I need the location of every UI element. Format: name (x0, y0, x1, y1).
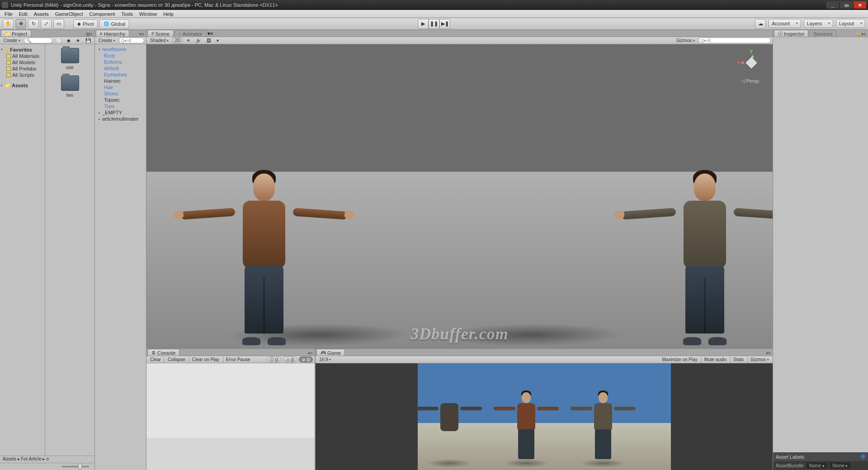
animator-tab[interactable]: ⎍ Animator (175, 30, 207, 37)
console-clear-button[interactable]: Clear (148, 357, 164, 363)
maximize-button[interactable]: Maximize on Play (660, 357, 699, 363)
shaded-dropdown[interactable]: Shaded (148, 38, 170, 44)
watermark-label: 3Dbuffer.com (410, 324, 508, 343)
hierarchy-tree[interactable]: ▾newfitaone Body Bottoms default Eyelash… (95, 44, 146, 470)
asset-labels-header[interactable]: Asset Labels (773, 452, 868, 461)
global-toggle[interactable]: 🌐 Global (99, 19, 129, 28)
character-model (642, 164, 768, 344)
menu-file[interactable]: File (2, 11, 15, 17)
hierarchy-item: Body (96, 52, 145, 59)
folder-item[interactable]: one (61, 48, 79, 70)
console-clearplay-button[interactable]: Clear on Play (189, 357, 221, 363)
cloud-icon[interactable]: ☁ (755, 19, 766, 29)
assetbundle-name-dropdown[interactable]: None ▾ (807, 462, 827, 469)
panel-menu-icon[interactable]: 🔒▾≡ (854, 32, 868, 37)
console-tab[interactable]: 🗎 Console (147, 349, 179, 356)
unity-icon (2, 2, 8, 8)
game-gizmos-dropdown[interactable]: Gizmos (747, 357, 771, 363)
scale-tool-button[interactable]: ⤢ (41, 19, 52, 29)
rect-tool-button[interactable]: ▭ (53, 19, 64, 29)
error-count-badge[interactable]: ⊘0 (299, 357, 313, 362)
console-panel: 🗎 Console ▾≡ Clear Collapse Clear on Pla… (146, 349, 316, 470)
character-model (201, 164, 327, 344)
menu-component[interactable]: Component (86, 11, 118, 17)
window-minimize-button[interactable]: _ (826, 1, 839, 9)
hierarchy-item: Hair (96, 84, 145, 90)
menu-tools[interactable]: Tools (118, 11, 136, 17)
hierarchy-create-button[interactable]: Create (97, 38, 117, 44)
mute-button[interactable]: Mute audio (701, 357, 728, 363)
hierarchy-search-input[interactable]: Q▾All (119, 38, 144, 43)
hierarchy-item: ▸_EMPTY (96, 109, 145, 116)
gizmos-dropdown[interactable]: Gizmos (675, 38, 697, 44)
rotate-tool-button[interactable]: ↻ (28, 19, 39, 29)
folder-item[interactable]: two (61, 75, 79, 98)
hierarchy-item: default (96, 65, 145, 71)
menu-edit[interactable]: Edit (16, 11, 30, 17)
assetbundle-variant-dropdown[interactable]: None ▾ (830, 462, 851, 469)
filter-type-icon[interactable]: ◆ (65, 38, 72, 44)
panel-menu-icon[interactable]: ▤≡ (84, 32, 94, 37)
move-tool-button[interactable]: ✥ (15, 19, 26, 29)
panel-menu-icon[interactable]: ▾≡ (137, 32, 146, 37)
window-title: Unity Personal (64bit) - signOne.unity -… (11, 2, 278, 8)
project-zoom-slider[interactable] (0, 463, 94, 470)
scene-tab[interactable]: # Scene (147, 30, 174, 37)
hierarchy-item: Eyelashes (96, 71, 145, 78)
hierarchy-item: ▸articlemultimater (96, 116, 145, 122)
aspect-dropdown[interactable]: 16:9 (317, 357, 367, 363)
fx-dropdown-icon[interactable]: ▾ (215, 38, 221, 44)
light-icon[interactable]: ☀ (184, 38, 192, 44)
scene-viewport[interactable]: 3Dbuffer.com y▲x◀ ◁ Persp (146, 44, 773, 348)
hierarchy-tab[interactable]: ≡ Hierarchy (96, 30, 129, 37)
account-dropdown[interactable]: Account (769, 19, 801, 28)
pivot-toggle[interactable]: ◆ Pivot (73, 19, 98, 28)
hand-tool-button[interactable]: ✋ (3, 19, 14, 29)
panel-menu-icon[interactable]: ▾≡ (306, 351, 315, 356)
panel-menu-icon[interactable]: ▾≡ (208, 31, 213, 37)
filter-save-icon[interactable]: 💾 (84, 38, 93, 44)
project-search-input[interactable]: 🔍 (24, 38, 52, 43)
project-grid[interactable]: one two (45, 44, 94, 456)
play-button[interactable]: ▶ (418, 19, 429, 29)
audio-icon[interactable]: 🔊 (194, 38, 203, 44)
project-tree[interactable]: ▾★Favorites All Materials All Models All… (0, 44, 45, 456)
main-toolbar: ✋ ✥ ↻ ⤢ ▭ ◆ Pivot 🌐 Global ▶ ❚❚ ▶❚ ☁ Acc… (0, 18, 868, 30)
project-breadcrumb[interactable]: Assets ▸ For Article ▸ o (0, 456, 94, 463)
game-panel: 🎮 Game ▾≡ 16:9 Maximize on Play Mute aud… (316, 349, 773, 470)
inspector-body (773, 37, 868, 452)
hierarchy-item: ▾newfitaone (96, 46, 145, 52)
layout-dropdown[interactable]: Layout (836, 19, 865, 28)
console-collapse-button[interactable]: Collapse (166, 357, 187, 363)
filter-star-icon[interactable]: ★ (74, 38, 82, 44)
info-count-badge[interactable]: ⓘ0 (267, 357, 281, 362)
filter-icon[interactable]: ⚪ (54, 38, 63, 44)
asset-bundle-row: AssetBundle None ▾ None ▾ (773, 461, 868, 470)
inspector-tab[interactable]: ⓘ Inspector (774, 30, 808, 37)
warn-count-badge[interactable]: ⚠0 (283, 357, 297, 362)
window-maximize-button[interactable]: ▭ (840, 1, 853, 9)
inspector-panel: ⓘ Inspector Services 🔒▾≡ Asset Labels As… (773, 30, 868, 470)
menu-window[interactable]: Window (137, 11, 160, 17)
game-viewport[interactable] (316, 363, 773, 470)
project-create-button[interactable]: Create (2, 38, 22, 44)
menu-help[interactable]: Help (160, 11, 176, 17)
project-tab[interactable]: 📁 Project (1, 30, 31, 37)
window-close-button[interactable]: ✕ (854, 1, 866, 9)
scene-search-input[interactable]: Q▾All (698, 38, 771, 43)
step-button[interactable]: ▶❚ (439, 19, 450, 29)
game-tab[interactable]: 🎮 Game (316, 349, 345, 356)
2d-toggle[interactable]: 2D (172, 38, 183, 44)
scene-gizmo[interactable]: y▲x◀ ◁ Persp (737, 48, 764, 84)
stats-button[interactable]: Stats (730, 357, 745, 363)
pause-button[interactable]: ❚❚ (429, 19, 439, 29)
console-output[interactable] (146, 363, 315, 470)
layers-dropdown[interactable]: Layers (804, 19, 833, 28)
menu-gameobject[interactable]: GameObject (52, 11, 86, 17)
services-tab[interactable]: Services (809, 30, 836, 37)
console-errorpause-button[interactable]: Error Pause (223, 357, 252, 363)
panel-menu-icon[interactable]: ▾≡ (764, 351, 773, 356)
menu-assets[interactable]: Assets (31, 11, 52, 17)
image-icon[interactable]: 🖼 (205, 38, 213, 44)
hierarchy-item: Bottoms (96, 59, 145, 65)
